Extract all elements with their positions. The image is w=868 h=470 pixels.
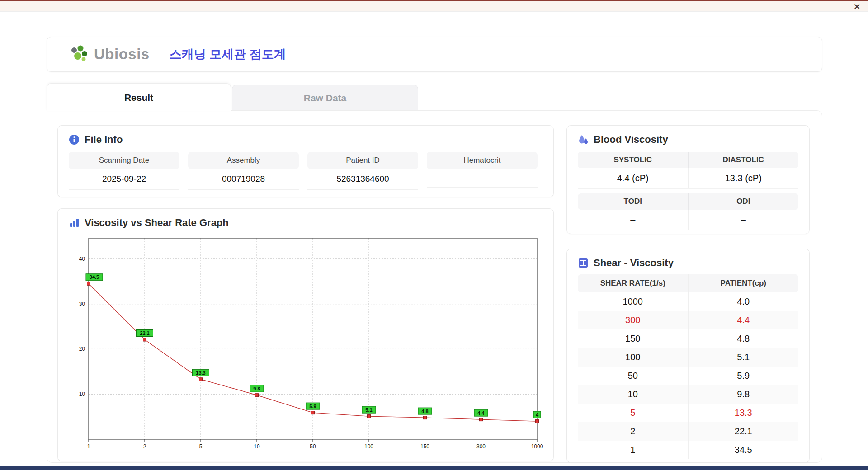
droplet-icon [578,134,589,145]
bar-chart-icon [69,217,80,228]
viscosity-chart: 102030401251050100150300100034.522.113.3… [68,234,547,451]
sv-shear-cell: 150 [578,329,688,348]
file-info-title: File Info [85,134,123,146]
bv-header-cell: DIASTOLIC [688,152,799,168]
sv-patient-cell: 4.4 [688,311,799,329]
table-row: 1504.8 [578,329,798,348]
bv-header-row: SYSTOLICDIASTOLIC [578,152,798,168]
table-row: 134.5 [578,441,798,459]
shear-viscosity-table: SHEAR RATE(1/s) PATIENT(cp) 10004.03004.… [578,274,798,459]
field-value: 000719028 [188,169,299,190]
svg-text:5.1: 5.1 [365,407,372,413]
sv-shear-cell: 100 [578,348,688,367]
app-logo: Ubiosis [69,45,150,64]
file-info-fields: Scanning Date2025-09-22Assembly000719028… [58,150,553,190]
svg-text:5.9: 5.9 [309,404,316,409]
bv-value-cell: – [578,210,688,230]
sv-shear-cell: 10 [578,385,688,404]
app-header: Ubiosis 스캐닝 모세관 점도계 [47,37,822,72]
shear-viscosity-card: Shear - Viscosity SHEAR RATE(1/s) PATIEN… [566,249,810,463]
tab-result[interactable]: Result [47,83,231,111]
field-label: Assembly [188,152,299,169]
file-info-field: Patient ID52631364600 [307,152,418,190]
field-label: Scanning Date [69,152,179,169]
svg-text:300: 300 [476,443,486,450]
tab-raw-data[interactable]: Raw Data [232,85,418,111]
sv-shear-cell: 300 [578,311,688,329]
field-value: 2025-09-22 [69,169,179,190]
sv-patient-cell: 5.1 [688,348,799,367]
page-title: 스캐닝 모세관 점도계 [170,46,286,62]
sv-patient-cell: 4.8 [688,329,799,348]
svg-text:10: 10 [254,443,260,450]
shear-viscosity-title: Shear - Viscosity [594,257,674,269]
sv-patient-cell: 13.3 [688,404,799,422]
svg-text:2: 2 [143,443,146,450]
blood-viscosity-title: Blood Viscosity [594,134,668,146]
svg-text:4: 4 [536,412,539,418]
bv-value-cell: 4.4 (cP) [578,168,688,188]
sv-header-shear: SHEAR RATE(1/s) [578,274,688,292]
field-label: Hematocrit [427,152,538,169]
sv-patient-cell: 5.9 [688,367,799,385]
bv-value-row: 4.4 (cP)13.3 (cP) [578,168,798,189]
chart-area: 102030401251050100150300100034.522.113.3… [68,234,553,453]
svg-text:4.4: 4.4 [477,410,485,416]
graph-card: Viscosity vs Shear Rate Graph 1020304012… [57,208,554,461]
sv-shear-cell: 1 [578,441,688,459]
field-value [427,169,538,188]
sv-shear-cell: 2 [578,422,688,441]
sv-body: 10004.03004.41504.81005.1505.9109.8513.3… [578,292,798,459]
file-info-card: File Info Scanning Date2025-09-22Assembl… [57,125,554,197]
svg-text:1: 1 [87,443,90,450]
svg-text:22.1: 22.1 [140,330,149,336]
svg-text:100: 100 [364,443,373,450]
svg-text:20: 20 [79,346,85,352]
close-button[interactable]: ✕ [853,2,861,12]
svg-text:13.3: 13.3 [196,370,205,376]
table-row: 3004.4 [578,311,798,329]
field-label: Patient ID [307,152,418,169]
bv-header-cell: TODI [578,193,688,210]
svg-text:50: 50 [310,443,316,450]
svg-text:34.5: 34.5 [90,274,99,280]
sv-patient-cell: 9.8 [688,385,799,404]
ubiosis-logo-icon [69,45,90,64]
svg-text:30: 30 [79,301,85,307]
table-row: 222.1 [578,422,798,441]
svg-text:150: 150 [420,443,429,450]
bv-value-row: –– [578,210,798,230]
sv-header-patient: PATIENT(cp) [688,274,799,292]
blood-viscosity-card: Blood Viscosity SYSTOLICDIASTOLIC4.4 (cP… [566,125,810,234]
svg-text:10: 10 [79,391,85,397]
table-row: 1005.1 [578,348,798,367]
info-icon [69,134,80,145]
sv-header-row: SHEAR RATE(1/s) PATIENT(cp) [578,274,798,292]
sv-patient-cell: 22.1 [688,422,799,441]
bv-header-cell: SYSTOLIC [578,152,688,168]
file-info-field: Hematocrit [427,152,538,190]
svg-text:4.8: 4.8 [421,409,428,414]
field-value: 52631364600 [307,169,418,190]
table-row: 505.9 [578,367,798,385]
table-grid-icon [578,258,589,268]
file-info-title-row: File Info [58,126,553,150]
sv-patient-cell: 4.0 [688,292,799,311]
graph-title-row: Viscosity vs Shear Rate Graph [58,209,553,233]
file-info-field: Scanning Date2025-09-22 [69,152,179,190]
svg-text:9.8: 9.8 [253,386,260,391]
window-titlebar: ✕ [0,0,868,12]
bottom-strip [0,466,868,470]
sv-shear-cell: 1000 [578,292,688,311]
file-info-field: Assembly000719028 [188,152,299,190]
blood-viscosity-table: SYSTOLICDIASTOLIC4.4 (cP)13.3 (cP)TODIOD… [578,152,798,230]
svg-text:1000: 1000 [531,443,543,450]
table-row: 109.8 [578,385,798,404]
svg-text:5: 5 [199,443,203,450]
bv-header-cell: ODI [688,193,799,210]
sv-shear-cell: 50 [578,367,688,385]
blood-viscosity-title-row: Blood Viscosity [567,126,809,150]
graph-title: Viscosity vs Shear Rate Graph [85,217,229,229]
table-row: 513.3 [578,404,798,422]
logo-text: Ubiosis [94,46,150,63]
